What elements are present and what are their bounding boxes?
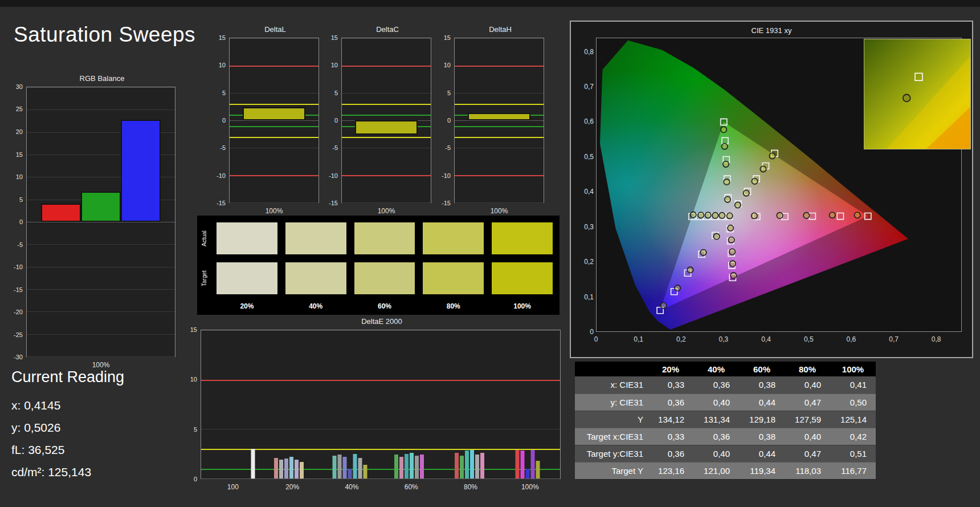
deltae-bar: [460, 456, 464, 478]
table-cell: 0,51: [830, 445, 876, 462]
bar-red: [41, 204, 81, 222]
table-cell: 0,33: [648, 376, 693, 394]
x-axis: 10020%40%60%80%100%: [201, 480, 561, 493]
x-axis: 100%: [454, 204, 544, 217]
y-tick-label: 0: [194, 476, 197, 482]
cie-measured-marker: [719, 213, 725, 218]
table-row: Target x:CIE310,330,360,380,400,42: [575, 428, 876, 445]
reference-line: [455, 66, 544, 67]
y-tick-label: -15: [217, 200, 226, 206]
cie-measured-marker: [712, 213, 718, 218]
x-tick-label: 0,5: [804, 335, 814, 343]
table-cell: 0,33: [648, 428, 693, 445]
saturation-swatch-panel: ActualTarget20%40%60%80%100%: [197, 216, 560, 315]
cie-measured-marker: [729, 249, 735, 254]
grid-line: [342, 202, 431, 203]
deltae-bar: [338, 455, 342, 478]
row-label: Target Y: [575, 462, 648, 479]
grid-line: [27, 334, 175, 335]
y-tick-label: -5: [445, 144, 451, 151]
bar-blue: [121, 120, 161, 222]
deltae-bar-group: [516, 330, 540, 478]
y-tick-label: 30: [16, 83, 23, 90]
table-cell: 123,16: [648, 462, 693, 479]
cie-measured-marker: [728, 237, 734, 242]
page-title: Saturation Sweeps: [14, 23, 195, 47]
delta-bar: [468, 113, 530, 120]
deltae-bar: [289, 457, 293, 478]
target-swatch: [423, 262, 484, 294]
y-tick-label: 0: [19, 218, 23, 225]
y-tick-label: 0: [590, 328, 594, 336]
table-cell: 0,38: [739, 428, 785, 445]
row-label: Target x:CIE31: [575, 428, 648, 445]
target-swatch: [217, 262, 277, 294]
reference-line: [455, 126, 544, 127]
y-tick-label: 15: [444, 34, 451, 41]
swatch-row-actual: Actual: [199, 222, 553, 254]
grid-line: [455, 120, 544, 121]
current-reading-fl: fL: 36,525: [11, 439, 124, 461]
column-header: 80%: [785, 362, 830, 376]
grid-line: [27, 267, 175, 267]
table-row: Target Y123,16121,00119,34118,03116,77: [575, 462, 876, 479]
deltae-bar: [410, 453, 414, 478]
table-row: Y134,12131,34129,18127,59125,14: [575, 411, 876, 428]
cie-measured-marker: [675, 285, 680, 291]
swatch-row-target: Target: [199, 262, 553, 294]
table-cell: 0,47: [785, 445, 830, 462]
table-cell: 125,14: [830, 411, 876, 428]
cie-measured-marker: [724, 179, 729, 185]
table-row: Target y:CIE310,360,400,440,470,51: [575, 445, 876, 462]
y-tick-label: 0,8: [584, 48, 594, 56]
cie-measured-marker: [660, 303, 666, 309]
grid-line: [455, 38, 544, 39]
chart-title: DeltaE 2000: [180, 317, 563, 327]
cie-measured-marker: [687, 267, 693, 273]
cie-1931-panel: CIE 1931 xy 00,10,20,30,40,50,60,70,8: [570, 21, 973, 358]
row-label: Y: [575, 411, 648, 428]
y-tick-label: -10: [14, 263, 23, 270]
current-reading: Current Reading x: 0,4145 y: 0,5026 fL: …: [11, 368, 124, 483]
current-reading-x: x: 0,4145: [11, 394, 124, 416]
x-tick-label: 0,7: [889, 335, 899, 343]
cie-measured-marker: [752, 213, 757, 218]
swatch-label-spacer: [199, 302, 209, 311]
deltae-bar: [300, 462, 304, 478]
table-cell: 0,41: [830, 376, 876, 394]
reference-line: [342, 66, 431, 67]
grid-line: [27, 87, 175, 88]
table-cell: 0,44: [739, 394, 785, 411]
reference-line: [230, 137, 318, 138]
swatch-col-label: 60%: [354, 302, 415, 311]
table-cell: 0,38: [739, 376, 785, 394]
cie-measured-marker: [854, 212, 860, 218]
swatch-col-label: 100%: [492, 302, 553, 311]
grid-line: [27, 244, 175, 245]
table-cell: 0,36: [648, 394, 693, 411]
chart-body: 151050-5-10-15100%: [435, 35, 546, 217]
y-tick-label: 5: [334, 90, 338, 96]
y-tick-label: -5: [17, 241, 23, 248]
swatch-col-label: 20%: [217, 302, 277, 311]
reference-line: [230, 126, 318, 127]
cie-values-table: 20%40%60%80%100%x: CIE310,330,360,380,40…: [575, 362, 876, 480]
table-header-row: 20%40%60%80%100%: [575, 362, 876, 376]
reference-line: [455, 104, 544, 105]
current-reading-title: Current Reading: [11, 368, 124, 386]
y-tick-label: -10: [217, 172, 226, 179]
y-tick-label: 0,3: [584, 223, 594, 231]
y-tick-label: -10: [329, 172, 338, 179]
current-reading-y: y: 0,5026: [11, 416, 124, 439]
grid-line: [230, 38, 318, 39]
reference-line: [342, 115, 431, 116]
swatch-col-labels: 20%40%60%80%100%: [199, 302, 553, 311]
chart-title: DeltaL: [210, 25, 321, 35]
x-tick-label: 40%: [345, 483, 358, 491]
grid-line: [230, 120, 318, 121]
column-header: 100%: [830, 362, 876, 376]
actual-swatch: [354, 222, 415, 254]
reference-line: [230, 104, 318, 105]
y-tick-label: 5: [447, 90, 451, 96]
table-cell: 116,77: [830, 462, 876, 479]
